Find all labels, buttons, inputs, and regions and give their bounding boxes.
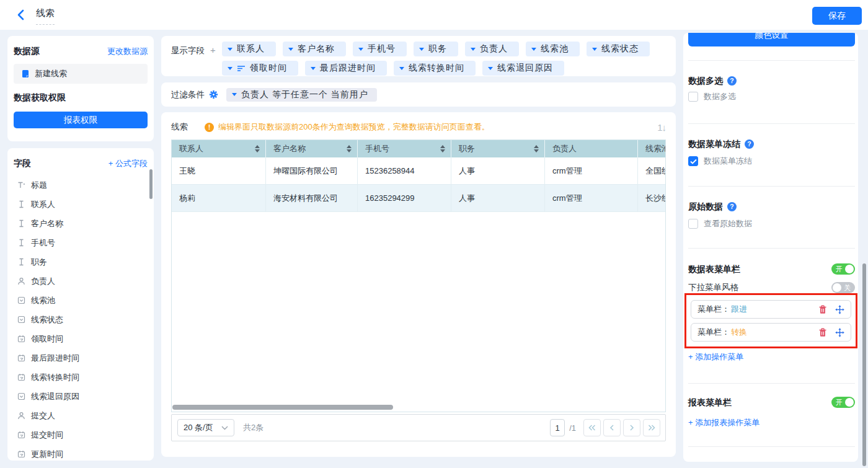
add-display-field-button[interactable]: + [210, 45, 216, 55]
calendar-icon [17, 431, 25, 439]
page-title[interactable]: 线索 [36, 7, 55, 25]
display-field-tag[interactable]: 最后跟进时间 [305, 61, 387, 76]
datasource-item[interactable]: 新建线索 [14, 64, 148, 84]
next-page-button[interactable] [623, 419, 640, 436]
help-icon[interactable]: ? [727, 76, 737, 86]
field-item[interactable]: 提交时间 [14, 425, 148, 444]
field-item[interactable]: 客户名称 [14, 214, 148, 233]
report-menubar-heading: 报表菜单栏 [688, 397, 732, 408]
color-settings-button[interactable]: 颜色设置 [688, 33, 855, 46]
field-item[interactable]: 负责人 [14, 272, 148, 291]
sort-icon[interactable] [347, 145, 352, 152]
display-field-tag[interactable]: 线索状态 [587, 42, 650, 56]
datasource-heading: 数据源 [14, 46, 40, 57]
settings-panel: 颜色设置 数据多选 ? 数据多选 数据菜单冻结 ? 数据菜单冻结 原始数据 ? … [683, 33, 858, 462]
trash-icon[interactable] [818, 328, 827, 337]
current-page[interactable]: 1 [550, 419, 565, 436]
field-item[interactable]: 线索池 [14, 291, 148, 310]
annotation-highlight: 菜单栏： 跟进 菜单栏： 转换 [684, 293, 857, 348]
text-icon [17, 239, 25, 247]
add-action-menu-link[interactable]: + 添加操作菜单 [688, 352, 743, 361]
prev-page-button[interactable] [603, 419, 621, 436]
multi-select-heading: 数据多选 [688, 76, 723, 86]
display-field-tag[interactable]: 线索转换时间 [394, 61, 476, 76]
fields-scrollbar[interactable] [149, 169, 153, 199]
display-field-tag[interactable]: 手机号 [353, 42, 407, 56]
display-field-tag[interactable]: 线索池 [526, 42, 580, 56]
column-header[interactable]: 负责人 [545, 140, 638, 157]
menu-freeze-checkbox-label: 数据菜单冻结 [704, 156, 752, 167]
dropdown-style-label: 下拉菜单风格 [688, 282, 738, 293]
gear-icon[interactable] [209, 90, 218, 99]
menu-freeze-checkbox[interactable] [688, 156, 698, 166]
filter-label: 过滤条件 [171, 89, 205, 100]
select-icon [17, 392, 25, 400]
last-page-button[interactable] [643, 419, 660, 436]
field-item[interactable]: 手机号 [14, 233, 148, 252]
move-icon[interactable] [835, 328, 844, 337]
change-datasource-link[interactable]: 更改数据源 [107, 46, 148, 57]
field-item[interactable]: 线索退回原因 [14, 387, 148, 406]
field-item[interactable]: 最后跟进时间 [14, 348, 148, 368]
back-icon[interactable] [16, 9, 25, 23]
datasource-panel: 数据源 更改数据源 新建线索 数据获取权限 报表权限 [7, 36, 154, 141]
first-page-button[interactable] [583, 419, 601, 436]
report-permission-button[interactable]: 报表权限 [14, 112, 148, 128]
column-header[interactable]: 职务 [451, 140, 545, 157]
add-report-menu-link[interactable]: + 添加报表操作菜单 [688, 418, 760, 427]
table-row[interactable]: 杨莉 海安材料有限公司 16235294299 人事 crm管理 长沙线索 [172, 185, 665, 212]
fields-panel: 字段 + 公式字段 标题 联系人 客户名称 手机号 职务 [7, 148, 154, 461]
chevron-down-icon [531, 48, 536, 51]
field-item[interactable]: 更新时间 [14, 444, 148, 461]
display-fields-label: 显示字段 [171, 46, 205, 55]
chevron-down-icon [488, 67, 493, 70]
panel-scrollbar[interactable] [862, 263, 866, 466]
table-menubar-toggle[interactable]: 开 [831, 263, 855, 275]
table-row[interactable]: 王晓 坤曜国际有限公司 15236258944 人事 crm管理 全国线索 [172, 157, 665, 185]
formula-field-link[interactable]: + 公式字段 [108, 158, 148, 169]
move-icon[interactable] [835, 305, 844, 314]
display-field-tag[interactable]: 线索退回原因 [482, 61, 564, 76]
display-field-tag[interactable]: 领取时间 [222, 61, 298, 76]
chevron-down-icon [399, 67, 404, 70]
sort-icon[interactable] [440, 145, 445, 152]
horizontal-scrollbar[interactable] [172, 405, 393, 410]
report-menubar-toggle[interactable]: 开 [831, 397, 855, 408]
dropdown-style-toggle[interactable]: 关 [831, 282, 855, 293]
menu-item-row[interactable]: 菜单栏： 转换 [691, 323, 851, 342]
multi-select-checkbox[interactable] [688, 92, 698, 102]
field-item[interactable]: 线索转换时间 [14, 368, 148, 387]
page-size-select[interactable]: 20 条/页 [177, 419, 234, 436]
help-icon[interactable]: ? [745, 139, 754, 149]
display-field-tag[interactable]: 负责人 [465, 42, 519, 56]
person-icon [17, 277, 25, 285]
field-item[interactable]: 职务 [14, 252, 148, 272]
field-item[interactable]: 标题 [14, 175, 148, 195]
raw-data-checkbox[interactable] [688, 219, 698, 229]
save-button[interactable]: 保存 [812, 7, 862, 25]
field-item[interactable]: 线索状态 [14, 310, 148, 329]
display-field-tag[interactable]: 客户名称 [283, 42, 346, 56]
field-item[interactable]: 提交人 [14, 406, 148, 425]
field-item[interactable]: 领取时间 [14, 329, 148, 348]
display-field-tag[interactable]: 职务 [414, 42, 458, 56]
table-menubar-heading: 数据表菜单栏 [688, 264, 740, 275]
sort-icon[interactable] [255, 145, 260, 152]
trash-icon[interactable] [818, 305, 827, 314]
column-header[interactable]: 手机号 [358, 140, 451, 157]
fields-heading: 字段 [14, 158, 31, 169]
column-header[interactable]: 客户名称 [266, 140, 358, 157]
field-item[interactable]: 联系人 [14, 195, 148, 214]
sort-icon[interactable] [534, 145, 539, 152]
sort-order-icon[interactable]: 1↓ [657, 122, 666, 133]
filter-condition-tag[interactable]: 负责人 等于任意一个 当前用户 [226, 88, 377, 102]
help-icon[interactable]: ? [727, 202, 737, 211]
display-field-tag[interactable]: 联系人 [222, 42, 276, 56]
data-preview-panel: 线索 ! 编辑界面只取数据源前200条作为查询数据预览，完整数据请访问页面查看。… [161, 112, 676, 457]
preview-warning: 编辑界面只取数据源前200条作为查询数据预览，完整数据请访问页面查看。 [218, 121, 490, 133]
column-header[interactable]: 联系人 [172, 140, 266, 157]
column-header[interactable]: 线索池 [638, 140, 666, 157]
menu-item-row[interactable]: 菜单栏： 跟进 [691, 300, 851, 319]
chevron-down-icon [471, 48, 476, 51]
chevron-down-icon [358, 48, 363, 51]
